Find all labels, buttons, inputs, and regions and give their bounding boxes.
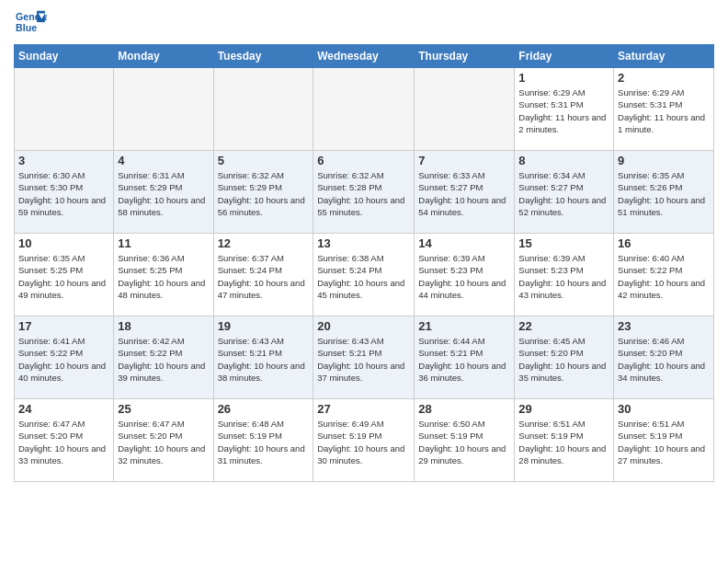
day-info: Sunrise: 6:47 AMSunset: 5:20 PMDaylight:… xyxy=(118,418,209,466)
day-number: 2 xyxy=(618,71,710,85)
calendar-cell: 3Sunrise: 6:30 AMSunset: 5:30 PMDaylight… xyxy=(15,151,114,234)
calendar-cell xyxy=(313,68,415,151)
day-info: Sunrise: 6:36 AMSunset: 5:25 PMDaylight:… xyxy=(118,252,209,301)
day-info: Sunrise: 6:34 AMSunset: 5:27 PMDaylight:… xyxy=(518,169,609,218)
calendar-header-monday: Monday xyxy=(114,45,213,68)
day-number: 20 xyxy=(317,319,410,333)
day-number: 5 xyxy=(218,154,310,167)
calendar-week-row: 17Sunrise: 6:41 AMSunset: 5:22 PMDayligh… xyxy=(15,316,714,399)
calendar-header-wednesday: Wednesday xyxy=(313,45,415,68)
day-info: Sunrise: 6:32 AMSunset: 5:28 PMDaylight:… xyxy=(317,169,410,218)
day-info: Sunrise: 6:39 AMSunset: 5:23 PMDaylight:… xyxy=(418,252,510,301)
day-number: 4 xyxy=(118,154,209,167)
calendar-cell: 8Sunrise: 6:34 AMSunset: 5:27 PMDaylight… xyxy=(515,151,614,234)
calendar-cell: 5Sunrise: 6:32 AMSunset: 5:29 PMDaylight… xyxy=(213,151,313,234)
day-number: 12 xyxy=(218,236,310,250)
calendar-cell: 25Sunrise: 6:47 AMSunset: 5:20 PMDayligh… xyxy=(114,399,213,482)
day-info: Sunrise: 6:35 AMSunset: 5:26 PMDaylight:… xyxy=(618,169,710,218)
header: General Blue xyxy=(14,9,714,37)
day-info: Sunrise: 6:50 AMSunset: 5:19 PMDaylight:… xyxy=(418,418,510,466)
day-info: Sunrise: 6:49 AMSunset: 5:19 PMDaylight:… xyxy=(317,418,410,466)
day-number: 30 xyxy=(618,402,710,416)
calendar-cell: 23Sunrise: 6:46 AMSunset: 5:20 PMDayligh… xyxy=(614,316,714,399)
calendar-cell: 18Sunrise: 6:42 AMSunset: 5:22 PMDayligh… xyxy=(114,316,213,399)
calendar-cell: 16Sunrise: 6:40 AMSunset: 5:22 PMDayligh… xyxy=(614,234,714,316)
day-info: Sunrise: 6:33 AMSunset: 5:27 PMDaylight:… xyxy=(418,169,510,218)
day-info: Sunrise: 6:40 AMSunset: 5:22 PMDaylight:… xyxy=(618,252,710,301)
day-info: Sunrise: 6:44 AMSunset: 5:21 PMDaylight:… xyxy=(418,335,510,384)
day-number: 14 xyxy=(418,236,510,250)
calendar-week-row: 1Sunrise: 6:29 AMSunset: 5:31 PMDaylight… xyxy=(15,68,714,151)
calendar-cell: 20Sunrise: 6:43 AMSunset: 5:21 PMDayligh… xyxy=(313,316,415,399)
day-number: 7 xyxy=(418,154,510,167)
day-info: Sunrise: 6:31 AMSunset: 5:29 PMDaylight:… xyxy=(118,169,209,218)
calendar-cell: 4Sunrise: 6:31 AMSunset: 5:29 PMDaylight… xyxy=(114,151,213,234)
calendar-week-row: 3Sunrise: 6:30 AMSunset: 5:30 PMDaylight… xyxy=(15,151,714,234)
day-number: 29 xyxy=(518,402,609,416)
day-number: 1 xyxy=(518,71,609,85)
day-info: Sunrise: 6:45 AMSunset: 5:20 PMDaylight:… xyxy=(518,335,609,384)
day-info: Sunrise: 6:48 AMSunset: 5:19 PMDaylight:… xyxy=(218,418,310,466)
calendar-cell: 9Sunrise: 6:35 AMSunset: 5:26 PMDaylight… xyxy=(614,151,714,234)
day-number: 21 xyxy=(418,319,510,333)
calendar-cell: 15Sunrise: 6:39 AMSunset: 5:23 PMDayligh… xyxy=(515,234,614,316)
calendar-cell xyxy=(114,68,213,151)
day-number: 28 xyxy=(418,402,510,416)
calendar-header-tuesday: Tuesday xyxy=(213,45,313,68)
day-number: 26 xyxy=(218,402,310,416)
calendar-cell: 29Sunrise: 6:51 AMSunset: 5:19 PMDayligh… xyxy=(515,399,614,482)
day-number: 13 xyxy=(317,236,410,250)
day-info: Sunrise: 6:41 AMSunset: 5:22 PMDaylight:… xyxy=(18,335,109,384)
calendar-cell: 12Sunrise: 6:37 AMSunset: 5:24 PMDayligh… xyxy=(213,234,313,316)
calendar-cell xyxy=(15,68,114,151)
calendar-cell: 26Sunrise: 6:48 AMSunset: 5:19 PMDayligh… xyxy=(213,399,313,482)
calendar-cell xyxy=(415,68,515,151)
day-number: 10 xyxy=(18,236,109,250)
calendar-header-thursday: Thursday xyxy=(415,45,515,68)
day-info: Sunrise: 6:29 AMSunset: 5:31 PMDaylight:… xyxy=(518,86,609,135)
calendar-table: SundayMondayTuesdayWednesdayThursdayFrid… xyxy=(14,44,714,482)
calendar-cell: 17Sunrise: 6:41 AMSunset: 5:22 PMDayligh… xyxy=(15,316,114,399)
calendar-header-sunday: Sunday xyxy=(15,45,114,68)
day-number: 17 xyxy=(18,319,109,333)
calendar-cell: 27Sunrise: 6:49 AMSunset: 5:19 PMDayligh… xyxy=(313,399,415,482)
calendar-cell: 14Sunrise: 6:39 AMSunset: 5:23 PMDayligh… xyxy=(415,234,515,316)
day-number: 11 xyxy=(118,236,209,250)
page: General Blue SundayMondayTuesdayWednesda… xyxy=(0,0,728,496)
day-number: 3 xyxy=(18,154,109,167)
calendar-cell: 2Sunrise: 6:29 AMSunset: 5:31 PMDaylight… xyxy=(614,68,714,151)
day-number: 18 xyxy=(118,319,209,333)
day-number: 8 xyxy=(518,154,609,167)
logo-icon: General Blue xyxy=(14,9,47,37)
day-info: Sunrise: 6:43 AMSunset: 5:21 PMDaylight:… xyxy=(218,335,310,384)
calendar-cell: 30Sunrise: 6:51 AMSunset: 5:19 PMDayligh… xyxy=(614,399,714,482)
day-info: Sunrise: 6:39 AMSunset: 5:23 PMDaylight:… xyxy=(518,252,609,301)
day-info: Sunrise: 6:29 AMSunset: 5:31 PMDaylight:… xyxy=(618,86,710,135)
day-number: 16 xyxy=(618,236,710,250)
calendar-cell: 21Sunrise: 6:44 AMSunset: 5:21 PMDayligh… xyxy=(415,316,515,399)
day-info: Sunrise: 6:38 AMSunset: 5:24 PMDaylight:… xyxy=(317,252,410,301)
day-info: Sunrise: 6:47 AMSunset: 5:20 PMDaylight:… xyxy=(18,418,109,466)
calendar-cell: 10Sunrise: 6:35 AMSunset: 5:25 PMDayligh… xyxy=(15,234,114,316)
day-number: 9 xyxy=(618,154,710,167)
calendar-header-friday: Friday xyxy=(515,45,614,68)
day-info: Sunrise: 6:46 AMSunset: 5:20 PMDaylight:… xyxy=(618,335,710,384)
day-number: 22 xyxy=(518,319,609,333)
calendar-cell: 1Sunrise: 6:29 AMSunset: 5:31 PMDaylight… xyxy=(515,68,614,151)
calendar-cell: 11Sunrise: 6:36 AMSunset: 5:25 PMDayligh… xyxy=(114,234,213,316)
day-info: Sunrise: 6:51 AMSunset: 5:19 PMDaylight:… xyxy=(618,418,710,466)
calendar-cell xyxy=(213,68,313,151)
calendar-cell: 24Sunrise: 6:47 AMSunset: 5:20 PMDayligh… xyxy=(15,399,114,482)
calendar-cell: 6Sunrise: 6:32 AMSunset: 5:28 PMDaylight… xyxy=(313,151,415,234)
day-info: Sunrise: 6:35 AMSunset: 5:25 PMDaylight:… xyxy=(18,252,109,301)
day-number: 6 xyxy=(317,154,410,167)
svg-text:Blue: Blue xyxy=(16,22,37,33)
calendar-header-row: SundayMondayTuesdayWednesdayThursdayFrid… xyxy=(15,45,714,68)
calendar-cell: 19Sunrise: 6:43 AMSunset: 5:21 PMDayligh… xyxy=(213,316,313,399)
day-number: 24 xyxy=(18,402,109,416)
day-number: 23 xyxy=(618,319,710,333)
calendar-week-row: 24Sunrise: 6:47 AMSunset: 5:20 PMDayligh… xyxy=(15,399,714,482)
calendar-cell: 7Sunrise: 6:33 AMSunset: 5:27 PMDaylight… xyxy=(415,151,515,234)
day-number: 25 xyxy=(118,402,209,416)
calendar-cell: 13Sunrise: 6:38 AMSunset: 5:24 PMDayligh… xyxy=(313,234,415,316)
